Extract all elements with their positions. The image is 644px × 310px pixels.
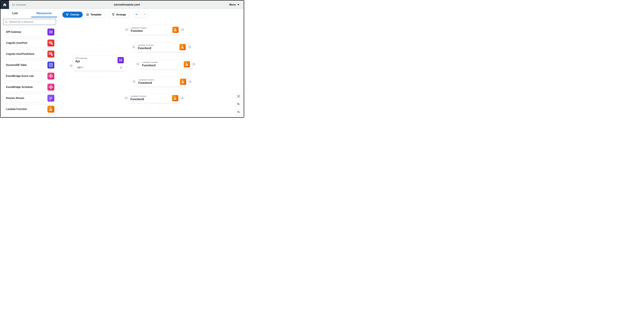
cognito-icon bbox=[48, 40, 54, 46]
node-lambda-4[interactable]: Lambda Function Function4 bbox=[136, 77, 188, 87]
lambda-icon bbox=[172, 95, 178, 101]
template-icon bbox=[86, 13, 89, 16]
svg-point-16 bbox=[50, 85, 51, 86]
canvas-icon bbox=[66, 13, 69, 16]
history-segment bbox=[133, 12, 149, 18]
port-out[interactable] bbox=[189, 80, 191, 83]
zoom-in-button[interactable] bbox=[236, 101, 242, 107]
node-lambda-3[interactable]: Lambda Function Function3 bbox=[140, 60, 192, 69]
resource-cognito-userpoolclient[interactable]: Cognito UserPoolClient bbox=[3, 49, 56, 59]
port-out[interactable] bbox=[182, 28, 184, 31]
view-mode-segment: Canvas Template bbox=[62, 12, 105, 18]
svg-point-9 bbox=[49, 76, 50, 76]
lambda-icon bbox=[172, 26, 179, 33]
svg-rect-24 bbox=[113, 15, 114, 16]
node-type: Lambda Function bbox=[131, 26, 171, 29]
menu-button[interactable]: Menu bbox=[228, 2, 241, 7]
arrange-icon bbox=[112, 13, 115, 16]
node-type: Lambda Function bbox=[142, 61, 182, 64]
dynamodb-icon bbox=[48, 62, 54, 68]
resource-dynamodb-table[interactable]: DynamoDB Table bbox=[3, 60, 56, 70]
kinesis-icon bbox=[48, 95, 54, 102]
resource-api-gateway[interactable]: API Gateway bbox=[3, 27, 56, 37]
node-lambda-1[interactable]: Lambda Function Function bbox=[128, 25, 181, 35]
resource-eventbridge-schedule[interactable]: EventBridge Schedule bbox=[3, 82, 56, 92]
autosave-label: Autosave bbox=[16, 3, 26, 6]
node-type: Lambda Function bbox=[138, 44, 178, 46]
caret-down-icon bbox=[238, 4, 239, 5]
redo-icon bbox=[143, 13, 146, 16]
redo-button[interactable] bbox=[141, 12, 149, 18]
eventbridge-icon bbox=[48, 72, 54, 80]
node-name: Function5 bbox=[130, 98, 170, 101]
svg-point-12 bbox=[50, 77, 51, 78]
lambda-icon bbox=[184, 61, 190, 68]
arrange-segment: Arrange bbox=[108, 12, 130, 18]
undo-icon bbox=[135, 13, 138, 16]
svg-rect-22 bbox=[112, 14, 113, 14]
canvas-toolbar: Canvas Template Arrange bbox=[62, 12, 149, 18]
search-input[interactable] bbox=[9, 20, 54, 23]
port-out[interactable] bbox=[188, 46, 191, 48]
filepath: tutorial/template.yaml bbox=[26, 3, 228, 6]
port-out[interactable] bbox=[193, 63, 195, 65]
home-button[interactable] bbox=[0, 0, 9, 9]
port-in[interactable] bbox=[137, 63, 139, 65]
fit-view-button[interactable] bbox=[236, 93, 242, 99]
node-api[interactable]: API Gateway Api GET / bbox=[73, 55, 126, 71]
template-mode-button[interactable]: Template bbox=[83, 12, 105, 18]
node-name: Api bbox=[75, 60, 116, 63]
arrange-button[interactable]: Arrange bbox=[108, 12, 129, 18]
search-box[interactable] bbox=[3, 19, 56, 25]
svg-rect-20 bbox=[67, 15, 68, 16]
port-in[interactable] bbox=[132, 46, 135, 48]
node-type: Lambda Function bbox=[138, 78, 178, 81]
port-endpoint[interactable] bbox=[120, 66, 122, 69]
svg-point-2 bbox=[50, 42, 50, 43]
port-out[interactable] bbox=[181, 97, 183, 99]
resource-label: API Gateway bbox=[6, 30, 21, 34]
node-lambda-5[interactable]: Lambda Function Function5 bbox=[128, 93, 180, 103]
node-type: API Gateway bbox=[75, 57, 116, 60]
zoom-in-icon bbox=[237, 103, 240, 106]
canvas-area[interactable]: Canvas Template Arrange bbox=[59, 9, 244, 117]
svg-rect-18 bbox=[66, 14, 67, 14]
node-lambda-2[interactable]: Lambda Function Function2 bbox=[136, 42, 188, 52]
resource-label: EventBridge Schedule bbox=[6, 86, 33, 88]
svg-rect-19 bbox=[68, 14, 68, 14]
svg-point-11 bbox=[50, 74, 51, 75]
zoom-out-icon bbox=[237, 110, 240, 114]
svg-rect-25 bbox=[238, 96, 239, 97]
resource-label: DynamoDB Table bbox=[6, 64, 26, 66]
folder-icon bbox=[12, 3, 15, 6]
tab-resources[interactable]: Resources bbox=[30, 9, 59, 17]
port-in[interactable] bbox=[126, 28, 128, 31]
port-in[interactable] bbox=[125, 97, 127, 99]
api-endpoint: GET / bbox=[77, 66, 83, 69]
tab-list[interactable]: List bbox=[0, 9, 30, 17]
resource-kinesis-stream[interactable]: Kinesis Stream bbox=[3, 94, 56, 103]
svg-point-17 bbox=[50, 88, 51, 89]
node-name: Function bbox=[131, 29, 171, 32]
svg-point-0 bbox=[5, 21, 7, 22]
resource-list: API Gateway Cognito UserPool Cognito Use… bbox=[0, 26, 58, 117]
autosave-indicator: Autosave bbox=[12, 3, 26, 6]
svg-point-15 bbox=[52, 87, 53, 88]
resource-lambda-function[interactable]: Lambda Function bbox=[3, 104, 56, 114]
zoom-out-button[interactable] bbox=[236, 109, 242, 115]
topbar: Autosave tutorial/template.yaml Menu bbox=[0, 0, 244, 9]
canvas-mode-button[interactable]: Canvas bbox=[62, 12, 83, 18]
resource-eventbridge-rule[interactable]: EventBridge Event rule bbox=[3, 71, 56, 81]
api-gateway-icon bbox=[48, 28, 54, 36]
resource-label: EventBridge Event rule bbox=[6, 75, 34, 78]
port-in[interactable] bbox=[133, 80, 135, 83]
resource-label: Cognito UserPool bbox=[6, 42, 27, 44]
resource-cognito-userpool[interactable]: Cognito UserPool bbox=[3, 38, 56, 48]
port-in[interactable] bbox=[70, 64, 72, 67]
lambda-icon bbox=[180, 44, 186, 50]
fit-view-icon bbox=[237, 95, 240, 98]
lambda-icon bbox=[48, 106, 54, 113]
undo-button[interactable] bbox=[133, 12, 141, 18]
search-icon bbox=[5, 20, 8, 23]
svg-rect-23 bbox=[114, 14, 114, 14]
